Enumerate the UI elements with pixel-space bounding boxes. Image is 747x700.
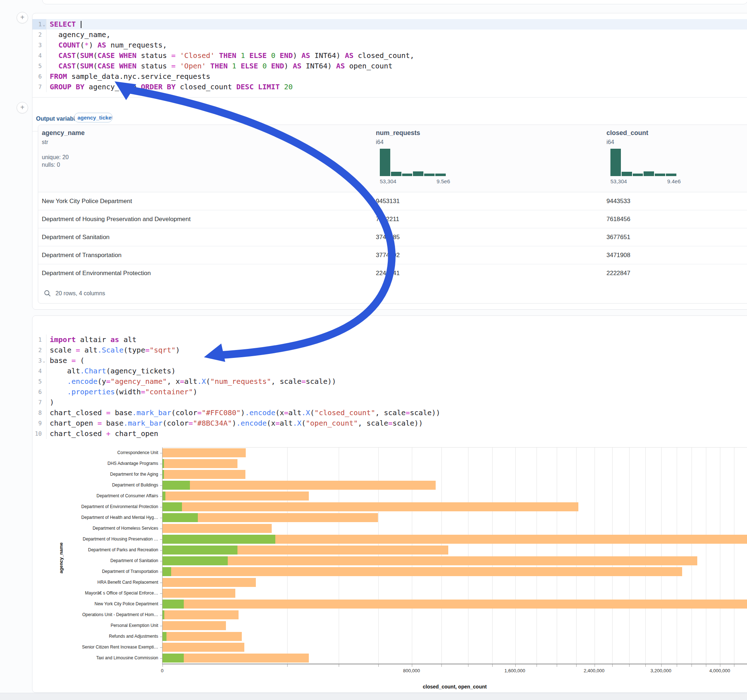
fold-chevron-icon[interactable]: ⌄ <box>42 19 46 30</box>
axis-tick <box>160 453 162 453</box>
fold-spacer <box>42 71 46 82</box>
code-token: CASE <box>97 51 115 60</box>
chart-row <box>163 523 747 534</box>
code-token: AS <box>336 62 345 70</box>
code-line[interactable]: 1⌄SELECT <box>32 19 747 30</box>
axis-tick <box>287 664 287 667</box>
code-line[interactable]: 2 agency_name, <box>32 30 747 40</box>
table-row[interactable]: Department of Environmental Protection22… <box>38 264 747 282</box>
code-line[interactable]: 6FROM sample_data.nyc.service_requests <box>32 71 747 82</box>
sql-code-editor[interactable]: 1⌄SELECT 2 agency_name,3 COUNT(*) AS num… <box>32 13 747 92</box>
chart-row <box>163 631 747 642</box>
add-cell-button[interactable]: + <box>17 12 28 23</box>
add-cell-button[interactable]: + <box>17 102 28 113</box>
fold-spacer <box>42 30 46 40</box>
open-count-bar <box>163 459 164 468</box>
code-token: ELSE <box>241 62 258 70</box>
chart-row <box>163 642 747 653</box>
table-cell: 3774892 <box>376 246 400 264</box>
y-axis-label: Personal Exemption Unit <box>32 620 158 631</box>
y-axis-label: New York City Police Department <box>32 599 158 609</box>
code-token <box>267 62 271 70</box>
previous-cell-edge <box>42 0 747 5</box>
code-token: ( <box>76 51 80 60</box>
code-token <box>175 62 180 70</box>
histogram-bar <box>644 171 654 176</box>
column-header[interactable]: closed_counti64 <box>606 125 648 145</box>
axis-tick <box>629 664 629 667</box>
code-token: FROM <box>50 72 67 81</box>
closed-count-bar <box>163 492 309 501</box>
axis-tick <box>378 664 379 667</box>
output-variable-label: Output variable: <box>36 116 80 122</box>
fold-spacer <box>42 61 46 71</box>
y-axis-label: Department for the Aging <box>32 469 158 480</box>
open-count-bar <box>163 546 237 555</box>
axis-tick <box>594 664 595 667</box>
axis-tick <box>677 664 677 667</box>
code-token <box>215 51 219 60</box>
altair-chart: agency_name Correspondence UnitDHS Advan… <box>32 316 747 692</box>
horizontal-scrollbar-track[interactable] <box>0 693 747 700</box>
code-token: CASE <box>97 62 115 70</box>
closed-count-bar <box>163 643 244 652</box>
y-axis-label: Department of Consumer Affairs <box>32 490 158 501</box>
y-axis-label: Operations Unit - Department of Hom… <box>32 609 158 620</box>
table-cell: Department of Sanitation <box>42 228 110 246</box>
axis-tick <box>339 664 339 667</box>
code-token: AS <box>302 51 310 60</box>
code-line[interactable]: 5 CAST(SUM(CASE WHEN status = 'Open' THE… <box>32 61 747 71</box>
fold-spacer <box>42 40 46 50</box>
closed-count-bar <box>163 653 309 662</box>
open-count-bar <box>163 535 275 544</box>
column-header[interactable]: num_requestsi64 <box>376 125 420 145</box>
line-gutter: 7 <box>32 82 46 92</box>
axis-tick <box>160 464 162 464</box>
code-token: open_count <box>345 62 392 70</box>
search-icon[interactable] <box>44 290 51 297</box>
axis-tick <box>160 529 162 529</box>
chart-row <box>163 545 747 556</box>
closed-count-bar <box>163 459 237 468</box>
code-token: LIMIT <box>258 83 280 91</box>
closed-count-bar <box>163 567 682 576</box>
table-summary: 20 rows, 4 columns <box>56 282 105 303</box>
x-axis-title: closed_count, open_count <box>162 684 747 689</box>
sql-cell: 1⌄SELECT 2 agency_name,3 COUNT(*) AS num… <box>32 13 747 310</box>
y-axis-label: Department of Buildings <box>32 480 158 490</box>
axis-tick <box>661 664 662 667</box>
table-row[interactable]: New York City Police Department945313194… <box>38 192 747 210</box>
axis-tick <box>646 664 646 667</box>
chart-row <box>163 480 747 491</box>
table-row[interactable]: Department of Transportation377489234719… <box>38 246 747 264</box>
column-name: agency_name <box>42 129 85 137</box>
histogram-bar <box>621 172 632 176</box>
code-line[interactable]: 7GROUP BY agency_name ORDER BY closed_co… <box>32 82 747 92</box>
code-line[interactable]: 4 CAST(SUM(CASE WHEN status = 'Closed' T… <box>32 50 747 61</box>
column-header[interactable]: agency_namestrunique: 20nulls: 0 <box>42 125 85 169</box>
range-max: 9.5e6 <box>421 178 450 184</box>
closed-count-bar <box>163 599 747 608</box>
table-row[interactable]: Department of Sanitation37494853677651 <box>38 228 747 246</box>
closed-count-bar <box>163 470 245 479</box>
x-axis-tick-label: 4,000,000 <box>698 668 741 673</box>
axis-tick <box>468 664 469 667</box>
axis-tick <box>160 593 162 594</box>
code-token <box>267 51 271 60</box>
table-cell: Department of Housing Preservation and D… <box>42 210 191 228</box>
code-token: agency_name <box>84 83 141 91</box>
table-cell: 2222847 <box>606 264 630 282</box>
axis-tick <box>515 664 516 667</box>
code-token: DESC <box>236 83 254 91</box>
table-cell: 7782211 <box>376 210 399 228</box>
axis-tick <box>557 664 557 667</box>
column-histogram <box>611 149 676 176</box>
code-token <box>254 83 258 91</box>
table-row[interactable]: Department of Housing Preservation and D… <box>38 210 747 228</box>
code-line[interactable]: 3 COUNT(*) AS num_requests, <box>32 40 747 50</box>
code-token: status <box>136 51 171 60</box>
code-token: ( <box>93 51 97 60</box>
chart-row <box>163 534 747 545</box>
table-cell: Department of Environmental Protection <box>42 264 151 282</box>
output-variable-pill[interactable]: agency_tickets <box>74 113 112 122</box>
